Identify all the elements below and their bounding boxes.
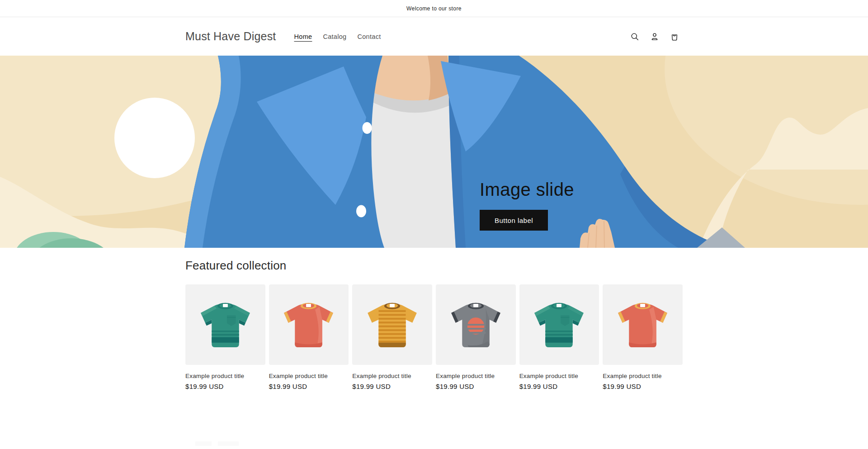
nav-link-home[interactable]: Home xyxy=(294,33,312,40)
nav-link-contact[interactable]: Contact xyxy=(357,33,381,40)
product-title-link[interactable]: Example product title xyxy=(603,373,683,380)
product-image xyxy=(352,284,432,365)
announcement-bar: Welcome to our store xyxy=(0,0,868,17)
tshirt-illustration xyxy=(610,292,675,358)
product-title-link[interactable]: Example product title xyxy=(269,373,349,380)
product-grid: Example product title $19.99 USD Example… xyxy=(185,284,683,391)
store-logo[interactable]: Must Have Digest xyxy=(185,30,276,43)
nav-link-catalog[interactable]: Catalog xyxy=(323,33,346,40)
cart-icon[interactable] xyxy=(666,28,683,45)
product-image xyxy=(269,284,349,365)
product-price: $19.99 USD xyxy=(185,383,265,391)
product-price: $19.99 USD xyxy=(269,383,349,391)
product-image xyxy=(185,284,265,365)
product-card[interactable]: Example product title $19.99 USD xyxy=(269,284,349,391)
product-card[interactable]: Example product title $19.99 USD xyxy=(352,284,432,391)
hero-slide: Image slide Button label xyxy=(0,56,868,248)
tshirt-illustration xyxy=(526,292,592,358)
sun-shape xyxy=(114,98,195,178)
hero-heading: Image slide xyxy=(480,180,574,199)
search-icon[interactable] xyxy=(627,28,643,45)
product-image xyxy=(436,284,516,365)
site-header: Must Have Digest Home Catalog Contact xyxy=(0,17,868,56)
tshirt-illustration xyxy=(359,292,425,358)
product-image xyxy=(519,284,599,365)
tshirt-illustration xyxy=(443,292,509,358)
hero-button[interactable]: Button label xyxy=(480,210,548,231)
main-nav: Home Catalog Contact xyxy=(294,33,381,40)
collection-title: Featured collection xyxy=(185,259,683,272)
product-title-link[interactable]: Example product title xyxy=(519,373,599,380)
product-price: $19.99 USD xyxy=(352,383,432,391)
jacket-button-bottom xyxy=(356,205,366,217)
product-card[interactable]: Example product title $19.99 USD xyxy=(185,284,265,391)
header-icons xyxy=(627,28,683,45)
jacket-button-top xyxy=(363,122,372,134)
account-icon[interactable] xyxy=(646,28,663,45)
product-title-link[interactable]: Example product title xyxy=(185,373,265,380)
product-price: $19.99 USD xyxy=(603,383,683,391)
product-price: $19.99 USD xyxy=(436,383,516,391)
product-title-link[interactable]: Example product title xyxy=(352,373,432,380)
loading-placeholder xyxy=(218,441,239,446)
hero-content: Image slide Button label xyxy=(480,180,574,231)
hero-illustration xyxy=(0,56,868,248)
loading-placeholder xyxy=(195,441,212,446)
product-title-link[interactable]: Example product title xyxy=(436,373,516,380)
product-price: $19.99 USD xyxy=(519,383,599,391)
tshirt-illustration xyxy=(193,292,258,358)
product-card[interactable]: Example product title $19.99 USD xyxy=(519,284,599,391)
featured-collection: Featured collection Example product titl… xyxy=(163,248,705,391)
product-card[interactable]: Example product title $19.99 USD xyxy=(436,284,516,391)
product-card[interactable]: Example product title $19.99 USD xyxy=(603,284,683,391)
announcement-text: Welcome to our store xyxy=(406,5,462,12)
tshirt-illustration xyxy=(276,292,341,358)
product-image xyxy=(603,284,683,365)
